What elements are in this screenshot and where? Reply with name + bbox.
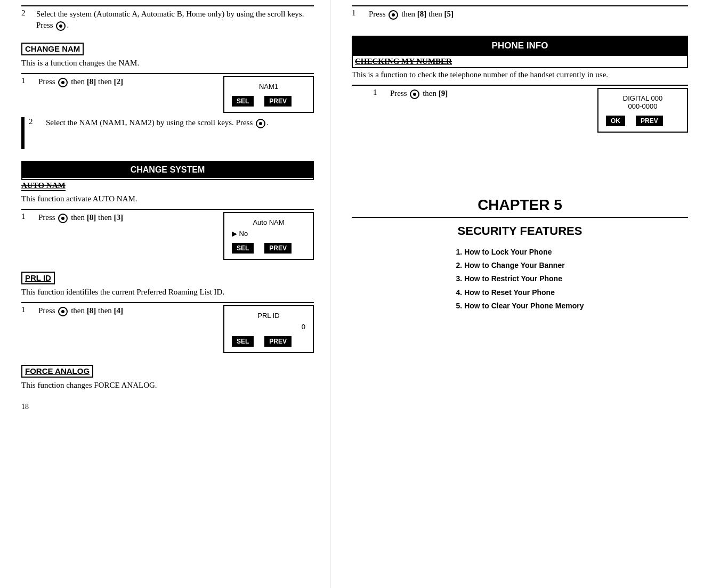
scroll-icon bbox=[56, 21, 66, 31]
sel-button: SEL bbox=[232, 96, 254, 107]
screen-line2: 000-0000 bbox=[606, 102, 679, 110]
step-text: Select the NAM (NAM1, NAM2) by using the… bbox=[46, 117, 269, 128]
nam1-screen: NAM1 SEL PREV bbox=[223, 76, 314, 113]
auto-nam-desc: This function activate AUTO NAM. bbox=[21, 193, 314, 205]
toc-item-4: 4. How to Reset Your Phone bbox=[456, 286, 584, 299]
security-title: SECURITY FEATURES bbox=[352, 224, 688, 238]
toc-item-5: 5. How to Clear Your Phone Memory bbox=[456, 299, 584, 313]
prev-button: PREV bbox=[264, 243, 292, 254]
step-number: 1 bbox=[21, 212, 36, 221]
force-analog-desc: This function changes FORCE ANALOG. bbox=[21, 380, 314, 391]
screen-value: 0 bbox=[232, 323, 305, 331]
screen-buttons: SEL PREV bbox=[232, 336, 305, 347]
prl-id-desc: This function identifiles the current Pr… bbox=[21, 287, 314, 298]
force-analog-header: FORCE ANALOG bbox=[25, 366, 90, 375]
menu-icon bbox=[58, 78, 68, 87]
sel-button: SEL bbox=[232, 336, 254, 347]
chapter-title: CHAPTER 5 bbox=[352, 197, 688, 218]
phone-info-step1: 1 Press then [9] DIGITAL 000 000-0000 OK… bbox=[373, 88, 688, 133]
screen-title: NAM1 bbox=[232, 83, 305, 91]
toc-item-1: 1. How to Lock Your Phone bbox=[456, 246, 584, 259]
phone-info-header: PHONE INFO bbox=[353, 37, 687, 55]
section-select-system: 2 Select the system (Automatic A, Automa… bbox=[21, 5, 314, 31]
screen-title: PRL ID bbox=[232, 312, 305, 320]
step-text: Press then [8] then [2] bbox=[38, 76, 212, 87]
screen-line1: DIGITAL 000 bbox=[606, 94, 679, 102]
step-text: Press then [8] then [5] bbox=[369, 9, 688, 20]
change-system-step1: 1 Press then [8] then [3] Auto NAM ▶ No … bbox=[21, 212, 314, 260]
toc-item-3: 3. How to Restrict Your Phone bbox=[456, 272, 584, 285]
step-text: Press then [9] bbox=[390, 88, 592, 99]
change-system-header: CHANGE SYSTEM bbox=[22, 162, 313, 178]
page-number: 18 bbox=[21, 403, 314, 411]
left-column: 2 Select the system (Automatic A, Automa… bbox=[0, 0, 330, 588]
step-number: 1 bbox=[21, 76, 36, 85]
screen-buttons: SEL PREV bbox=[232, 96, 305, 107]
left-bar bbox=[21, 117, 25, 149]
prev-button: PREV bbox=[264, 96, 292, 107]
menu-icon bbox=[58, 307, 68, 316]
menu-icon bbox=[389, 10, 398, 20]
step-number: 1 bbox=[373, 88, 388, 97]
screen-buttons: SEL PREV bbox=[232, 243, 305, 254]
step-number: 2 bbox=[29, 117, 44, 126]
step-number: 1 bbox=[352, 9, 367, 18]
step-2-system: 2 Select the system (Automatic A, Automa… bbox=[21, 9, 314, 31]
step-text: Press then [8] then [4] bbox=[38, 305, 212, 316]
section-force-analog: FORCE ANALOG This function changes FORCE… bbox=[21, 365, 314, 391]
section-prl-id: PRL ID This function identifiles the cur… bbox=[21, 272, 314, 353]
auto-nam-screen: Auto NAM ▶ No SEL PREV bbox=[223, 212, 314, 260]
checking-sub: CHECKING MY NUMBER bbox=[355, 57, 452, 66]
section-phone-info: PHONE INFO CHECKING MY NUMBER This is a … bbox=[352, 36, 688, 133]
prl-id-header: PRL ID bbox=[25, 273, 51, 282]
phone-info-desc: This is a function to check the telephon… bbox=[352, 69, 688, 80]
section-top-step1: 1 Press then [8] then [5] bbox=[352, 5, 688, 20]
screen-title: Auto NAM bbox=[232, 218, 305, 226]
toc-list: 1. How to Lock Your Phone 2. How to Chan… bbox=[456, 246, 584, 313]
top-step1-row: 1 Press then [8] then [5] bbox=[352, 9, 688, 20]
sel-button: SEL bbox=[232, 243, 254, 254]
step-text: Select the system (Automatic A, Automati… bbox=[36, 9, 314, 31]
prl-id-step1: 1 Press then [8] then [4] PRL ID 0 SEL P… bbox=[21, 305, 314, 353]
menu-icon bbox=[410, 89, 419, 99]
toc-item-2: 2. How to Change Your Banner bbox=[456, 259, 584, 272]
prev-button: PREV bbox=[264, 336, 292, 347]
step-text: Press then [8] then [3] bbox=[38, 212, 212, 223]
step-number: 1 bbox=[21, 305, 36, 314]
step-number: 2 bbox=[21, 9, 36, 18]
digital-screen: DIGITAL 000 000-0000 OK PREV bbox=[597, 88, 688, 133]
change-nam-desc: This is a function changes the NAM. bbox=[21, 58, 314, 69]
prl-id-screen: PRL ID 0 SEL PREV bbox=[223, 305, 314, 353]
phone-info-header-box: PHONE INFO CHECKING MY NUMBER bbox=[352, 36, 688, 68]
change-nam-step1: 1 Press then [8] then [2] NAM1 SEL PREV bbox=[21, 76, 314, 113]
section-change-system: CHANGE SYSTEM AUTO NAM This function act… bbox=[21, 161, 314, 260]
chapter-5-section: CHAPTER 5 SECURITY FEATURES 1. How to Lo… bbox=[352, 197, 688, 313]
section-change-nam: CHANGE NAM This is a function changes th… bbox=[21, 43, 314, 149]
screen-buttons: OK PREV bbox=[606, 116, 679, 126]
right-column: 1 Press then [8] then [5] PHONE INFO CHE… bbox=[330, 0, 704, 588]
scroll-icon bbox=[256, 119, 265, 128]
auto-nam-sub: AUTO NAM bbox=[21, 181, 66, 190]
change-system-header-box: CHANGE SYSTEM bbox=[21, 161, 314, 180]
change-nam-step2: 2 Select the NAM (NAM1, NAM2) by using t… bbox=[21, 117, 314, 149]
menu-icon bbox=[58, 214, 68, 223]
prev-button: PREV bbox=[636, 116, 663, 126]
screen-item: ▶ No bbox=[232, 230, 305, 238]
ok-button: OK bbox=[606, 116, 625, 126]
change-nam-header: CHANGE NAM bbox=[25, 44, 80, 53]
